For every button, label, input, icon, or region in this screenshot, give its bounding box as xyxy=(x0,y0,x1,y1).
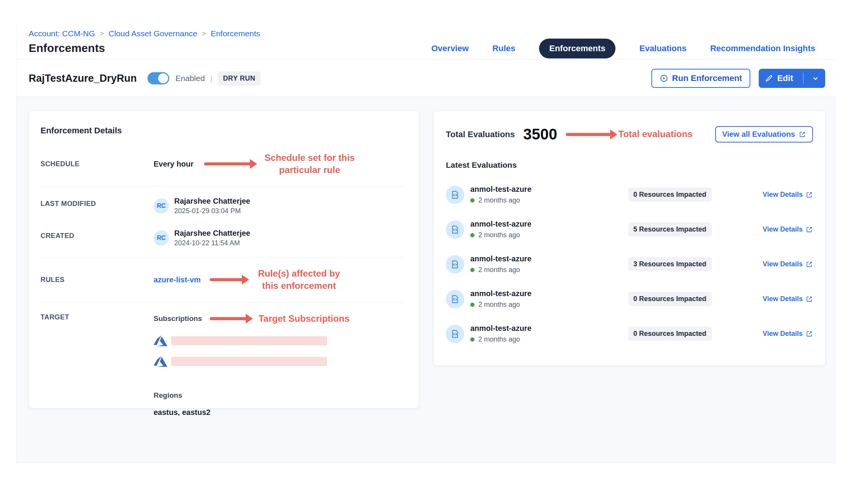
external-link-icon xyxy=(806,295,813,303)
toggle-knob xyxy=(158,73,168,83)
evaluation-name: anmol-test-azure xyxy=(470,254,531,263)
view-details-link[interactable]: View Details xyxy=(763,225,813,233)
section-divider xyxy=(40,186,406,187)
evaluation-row: anmol-test-azure 2 months ago 3 Resource… xyxy=(446,254,813,274)
redacted-subscription-name xyxy=(171,336,327,345)
impact-badge: 5 Resources Impacted xyxy=(628,222,712,237)
view-details-link[interactable]: View Details xyxy=(763,295,813,303)
run-enforcement-label: Run Enforcement xyxy=(672,73,742,83)
rules-annotation-line1: Rule(s) affected by xyxy=(258,267,340,280)
impact-badge: 0 Resources Impacted xyxy=(628,292,712,306)
tab-recommendation-insights[interactable]: Recommendation Insights xyxy=(710,44,815,53)
target-value-group: Subscriptions Target Subscriptions xyxy=(154,313,350,417)
evaluation-script-icon xyxy=(446,290,464,308)
tab-enforcements[interactable]: Enforcements xyxy=(539,39,616,58)
external-link-icon xyxy=(799,131,806,138)
breadcrumb-cloud-asset-governance[interactable]: Cloud Asset Governance xyxy=(108,29,197,38)
dry-run-badge: DRY RUN xyxy=(218,71,261,86)
total-evaluations-label: Total Evaluations xyxy=(446,130,515,139)
header-left: Account: CCM-NG > Cloud Asset Governance… xyxy=(29,29,260,60)
rules-label: RULES xyxy=(40,276,154,284)
evaluation-left: anmol-test-azure 2 months ago xyxy=(446,289,615,309)
tab-overview[interactable]: Overview xyxy=(431,44,469,53)
created-person: RC Rajarshee Chatterjee 2024-10-22 11:54… xyxy=(154,229,250,247)
evaluation-left: anmol-test-azure 2 months ago xyxy=(446,220,615,239)
play-circle-icon xyxy=(660,74,668,83)
subscription-item xyxy=(154,334,350,348)
evaluation-script-icon xyxy=(446,220,464,239)
rules-value-group: azure-list-vm Rule(s) affected by this e… xyxy=(154,267,340,292)
schedule-annotation-arrow xyxy=(204,162,251,165)
schedule-annotation-line2: particular rule xyxy=(264,164,355,176)
evaluation-info: anmol-test-azure 2 months ago xyxy=(470,289,531,309)
evaluation-impact: 0 Resources Impacted xyxy=(615,327,725,341)
evaluation-impact: 3 Resources Impacted xyxy=(615,257,725,271)
view-details-label: View Details xyxy=(763,225,803,233)
evaluation-script-icon xyxy=(446,255,464,274)
view-details-link[interactable]: View Details xyxy=(763,260,813,268)
schedule-row: SCHEDULE Every hour Schedule set for thi… xyxy=(40,152,406,177)
impact-badge: 0 Resources Impacted xyxy=(628,188,712,202)
schedule-annotation: Schedule set for this particular rule xyxy=(264,152,355,177)
subscriptions-header: Subscriptions Target Subscriptions xyxy=(154,313,350,325)
view-details-label: View Details xyxy=(763,330,803,338)
status-dot-icon xyxy=(470,268,474,272)
subscriptions-label: Subscriptions xyxy=(154,314,202,323)
regions-label: Regions xyxy=(154,391,350,400)
latest-evaluations-label: Latest Evaluations xyxy=(446,160,813,170)
view-all-label: View all Evaluations xyxy=(722,130,795,139)
evaluation-name: anmol-test-azure xyxy=(470,220,531,228)
run-enforcement-button[interactable]: Run Enforcement xyxy=(651,69,750,88)
last-modified-user: Rajarshee Chatterjee xyxy=(174,197,250,206)
breadcrumb-enforcements[interactable]: Enforcements xyxy=(211,29,260,38)
schedule-annotation-line1: Schedule set for this xyxy=(264,152,355,164)
breadcrumb: Account: CCM-NG > Cloud Asset Governance… xyxy=(29,29,260,38)
subscriptions-annotation-arrow xyxy=(210,317,246,320)
evaluation-name: anmol-test-azure xyxy=(470,289,531,298)
last-modified-date: 2025-01-29 03:04 PM xyxy=(174,207,250,215)
edit-button[interactable]: Edit xyxy=(759,69,825,88)
toolbar-actions: Run Enforcement Edit xyxy=(651,69,825,88)
app-container: Account: CCM-NG > Cloud Asset Governance… xyxy=(16,23,836,464)
evaluation-timestamp: 2 months ago xyxy=(478,266,520,274)
enforcement-details-card: Enforcement Details SCHEDULE Every hour … xyxy=(29,111,419,408)
breadcrumb-account[interactable]: Account: CCM-NG xyxy=(29,29,95,38)
evaluation-time: 2 months ago xyxy=(470,335,531,343)
page-header: Account: CCM-NG > Cloud Asset Governance… xyxy=(16,23,836,60)
evaluation-left: anmol-test-azure 2 months ago xyxy=(446,254,615,274)
evaluation-actions: View Details xyxy=(725,260,813,268)
enabled-toggle[interactable] xyxy=(147,72,169,84)
tab-rules[interactable]: Rules xyxy=(492,44,515,53)
evaluation-actions: View Details xyxy=(725,225,813,233)
page-title: Enforcements xyxy=(29,42,260,55)
view-details-link[interactable]: View Details xyxy=(763,191,813,199)
status-dot-icon xyxy=(470,233,474,237)
view-details-link[interactable]: View Details xyxy=(763,330,813,338)
pencil-icon xyxy=(765,74,773,83)
view-all-evaluations-button[interactable]: View all Evaluations xyxy=(715,126,813,143)
label-separator: | xyxy=(210,74,212,83)
subscriptions-annotation: Target Subscriptions xyxy=(259,313,350,325)
total-annotation: Total evaluations xyxy=(619,128,693,140)
evaluation-impact: 5 Resources Impacted xyxy=(615,222,725,237)
rules-annotation: Rule(s) affected by this enforcement xyxy=(258,267,340,292)
evaluation-name: anmol-test-azure xyxy=(470,324,531,333)
evaluation-row: anmol-test-azure 2 months ago 0 Resource… xyxy=(446,324,813,343)
evaluation-left: anmol-test-azure 2 months ago xyxy=(446,185,615,204)
schedule-value: Every hour xyxy=(154,160,193,168)
rule-link[interactable]: azure-list-vm xyxy=(154,275,201,284)
evaluation-time: 2 months ago xyxy=(470,231,531,239)
chevron-down-icon[interactable] xyxy=(812,75,819,82)
breadcrumb-separator: > xyxy=(202,29,206,38)
evaluations-header: Total Evaluations 3500 Total evaluations… xyxy=(446,126,813,143)
rules-annotation-arrow xyxy=(210,278,243,281)
evaluation-timestamp: 2 months ago xyxy=(478,196,520,204)
tab-evaluations[interactable]: Evaluations xyxy=(639,44,686,53)
status-dot-icon xyxy=(470,303,474,307)
created-row: CREATED RC Rajarshee Chatterjee 2024-10-… xyxy=(40,229,406,247)
section-divider xyxy=(40,257,406,258)
view-details-label: View Details xyxy=(763,260,803,268)
person-info: Rajarshee Chatterjee 2024-10-22 11:54 AM xyxy=(174,229,250,247)
azure-logo-icon xyxy=(154,355,167,368)
section-divider xyxy=(40,302,406,303)
